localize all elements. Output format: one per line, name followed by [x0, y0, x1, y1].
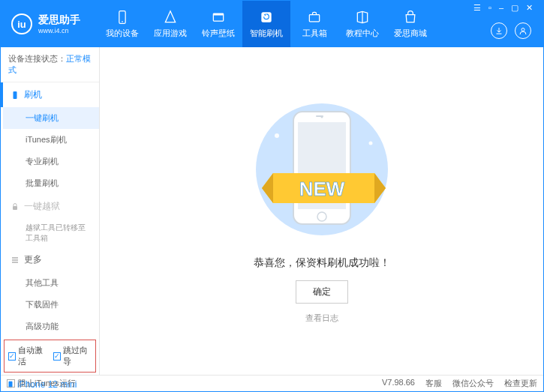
svg-rect-5 — [309, 14, 319, 21]
menu-icon[interactable]: ☰ — [470, 2, 484, 13]
version-label: V7.98.66 — [382, 378, 415, 389]
sidebar-item-pro-flash[interactable]: 专业刷机 — [3, 151, 99, 172]
checkbox-block-itunes[interactable]: 阻止iTunes运行 — [7, 378, 76, 389]
toolbox-icon — [307, 10, 322, 25]
section-more[interactable]: 更多 — [3, 247, 99, 272]
user-button[interactable] — [515, 22, 531, 39]
check-icon: ✓ — [53, 352, 61, 361]
confirm-button[interactable]: 确定 — [296, 280, 348, 304]
sidebar-item-advanced[interactable]: 高级功能 — [3, 316, 99, 337]
main-nav: 我的设备 应用游戏 铃声壁纸 智能刷机 工具箱 教程中心 爱思商城 — [98, 1, 470, 47]
sidebar-item-download-firmware[interactable]: 下载固件 — [3, 294, 99, 316]
svg-point-19 — [372, 216, 377, 220]
footer-service[interactable]: 客服 — [425, 378, 442, 389]
nav-apps-games[interactable]: 应用游戏 — [146, 1, 194, 47]
app-subtitle: www.i4.cn — [38, 27, 80, 34]
header-right: ☰ ▫ – ▢ ✕ — [470, 1, 543, 47]
success-message: 恭喜您，保资料刷机成功啦！ — [254, 256, 390, 270]
minimize-icon[interactable]: – — [496, 2, 506, 13]
app-header: iu 爱思助手 www.i4.cn 我的设备 应用游戏 铃声壁纸 智能刷机 工具… — [1, 1, 543, 47]
svg-rect-3 — [213, 13, 223, 16]
checkbox-skip-guide[interactable]: ✓ 跳过向导 — [53, 345, 92, 367]
nav-my-device[interactable]: 我的设备 — [98, 1, 146, 47]
maximize-icon[interactable]: ▢ — [508, 2, 521, 13]
checkbox-auto-activate[interactable]: ✓ 自动激活 — [8, 345, 47, 367]
section-jailbreak[interactable]: 一键越狱 — [3, 194, 99, 219]
svg-point-16 — [275, 133, 279, 138]
jailbreak-note: 越狱工具已转移至工具箱 — [3, 219, 99, 247]
logo-icon: iu — [11, 13, 32, 34]
nav-store[interactable]: 爱思商城 — [386, 1, 434, 47]
refresh-icon — [259, 10, 274, 25]
store-icon — [403, 10, 418, 25]
svg-rect-15 — [316, 115, 323, 117]
phone-icon — [115, 10, 130, 25]
phone-icon — [11, 91, 20, 100]
svg-point-17 — [368, 142, 372, 145]
success-illustration: NEW — [247, 98, 397, 243]
main-content: NEW 恭喜您，保资料刷机成功啦！ 确定 查看日志 — [100, 47, 543, 375]
svg-point-18 — [267, 213, 271, 217]
svg-rect-7 — [14, 91, 17, 99]
new-banner-text: NEW — [299, 178, 344, 200]
svg-point-6 — [521, 28, 524, 31]
svg-rect-8 — [13, 206, 17, 210]
connection-status: 设备连接状态：正常模式 — [1, 47, 99, 82]
nav-smart-flash[interactable]: 智能刷机 — [242, 1, 290, 47]
footer-update[interactable]: 检查更新 — [504, 378, 537, 389]
more-icon — [11, 256, 20, 265]
nav-tutorials[interactable]: 教程中心 — [338, 1, 386, 47]
apps-icon — [163, 10, 178, 25]
book-icon — [355, 10, 370, 25]
sidebar-item-oneclick-flash[interactable]: 一键刷机 — [3, 107, 99, 129]
lock-icon — [11, 202, 20, 211]
footer-wechat[interactable]: 微信公众号 — [452, 378, 494, 389]
nav-ringtone-wallpaper[interactable]: 铃声壁纸 — [194, 1, 242, 47]
sidebar-item-other-tools[interactable]: 其他工具 — [3, 272, 99, 294]
skin-icon[interactable]: ▫ — [485, 2, 494, 13]
view-log-link[interactable]: 查看日志 — [305, 313, 338, 324]
download-button[interactable] — [491, 22, 507, 39]
sidebar-item-batch-flash[interactable]: 批量刷机 — [3, 172, 99, 194]
close-icon[interactable]: ✕ — [523, 2, 536, 13]
logo-area: iu 爱思助手 www.i4.cn — [1, 13, 98, 34]
check-icon: ✓ — [8, 352, 16, 361]
app-title: 爱思助手 — [38, 13, 80, 27]
options-highlight-box: ✓ 自动激活 ✓ 跳过向导 — [4, 340, 96, 373]
sidebar: 设备连接状态：正常模式 刷机 一键刷机 iTunes刷机 专业刷机 批量刷机 一… — [1, 47, 100, 375]
section-flash[interactable]: 刷机 — [1, 82, 99, 107]
media-icon — [211, 10, 226, 25]
nav-toolbox[interactable]: 工具箱 — [290, 1, 338, 47]
sidebar-item-itunes-flash[interactable]: iTunes刷机 — [3, 129, 99, 151]
svg-point-1 — [122, 21, 123, 22]
checkbox-icon — [7, 379, 15, 388]
